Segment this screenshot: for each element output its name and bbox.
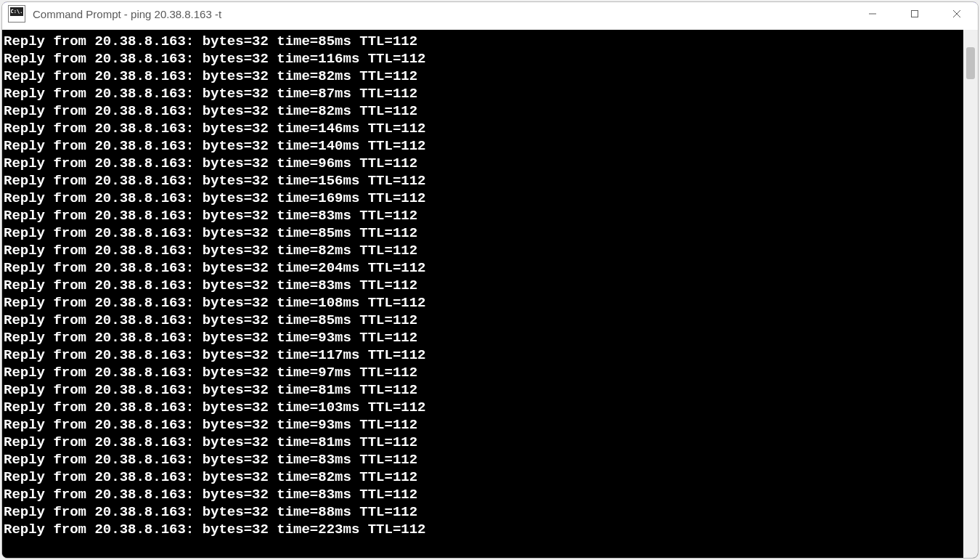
scrollbar-track[interactable]: [963, 30, 978, 558]
minimize-icon: [868, 9, 877, 18]
svg-rect-1: [912, 11, 918, 17]
minimize-button[interactable]: [852, 1, 894, 28]
terminal-area: Reply from 20.38.8.163: bytes=32 time=85…: [2, 30, 978, 558]
window-title: Command Prompt - ping 20.38.8.163 -t: [33, 8, 221, 20]
titlebar[interactable]: C:\. Command Prompt - ping 20.38.8.163 -…: [2, 2, 978, 30]
window-controls: [852, 1, 978, 28]
terminal-icon: C:\.: [8, 5, 25, 23]
terminal-icon-label: C:\.: [11, 9, 23, 15]
close-button[interactable]: [936, 1, 978, 28]
maximize-button[interactable]: [894, 1, 936, 28]
scrollbar-thumb[interactable]: [966, 47, 975, 79]
terminal-output[interactable]: Reply from 20.38.8.163: bytes=32 time=85…: [2, 30, 963, 558]
close-icon: [952, 9, 961, 18]
command-prompt-window: C:\. Command Prompt - ping 20.38.8.163 -…: [1, 1, 979, 559]
maximize-icon: [910, 9, 919, 18]
